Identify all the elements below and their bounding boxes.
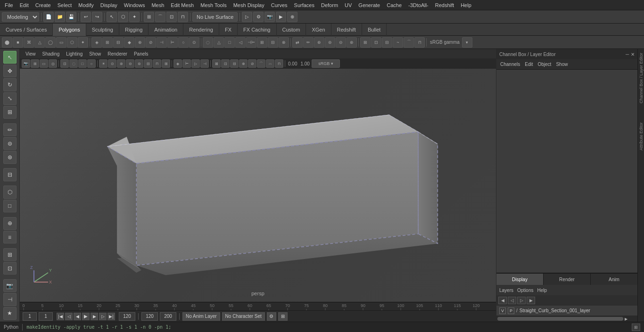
vp-grid-btn[interactable]: ⊞ [162,59,170,68]
scale-btn[interactable]: ⤡ [3,92,17,105]
vp-time-btn[interactable]: ⊟ [230,59,239,68]
vp-ao-btn[interactable]: ⊛ [117,59,125,68]
menu-mesh-tools[interactable]: Mesh Tools [198,1,229,9]
layer-row-1[interactable]: V P / Straight_Curb_Section_001_layer [496,306,637,316]
layer-tab-anim[interactable]: Anim [591,274,637,285]
menu-select[interactable]: Select [55,1,75,9]
layers-help-menu[interactable]: Help [537,288,547,293]
cb-close-btn[interactable]: ✕ [631,52,635,57]
reduce-btn[interactable]: ◁ [235,37,246,48]
bool-btn[interactable]: ⊗ [279,37,289,48]
vp-cam-film-btn[interactable]: ▭ [40,59,48,68]
vp-smooth-btn[interactable]: ◌ [69,59,78,68]
vp-dof-btn[interactable]: ⊟ [144,59,152,68]
lasso-btn[interactable]: ⬡ [3,186,17,198]
menu-curves[interactable]: Curves [268,1,290,9]
render-seq-btn[interactable]: ⊕ [287,12,297,22]
paint-select-btn[interactable]: ✦ [129,12,140,22]
prev-key-btn[interactable]: ◁ [65,313,73,320]
menu-edit[interactable]: Edit [17,1,32,9]
lasso-tool-btn[interactable]: ⬡ [118,12,128,22]
script-editor-btn[interactable]: ⊞ [632,324,640,331]
cone-btn[interactable]: △ [34,37,45,48]
menu-generate[interactable]: Generate [355,1,383,9]
vp-menu-view[interactable]: View [23,51,39,57]
ipr-btn[interactable]: ▶ [276,12,286,22]
undo-btn[interactable]: ↩ [81,12,91,22]
bevel-btn[interactable]: ◆ [124,37,134,48]
target-weld-btn[interactable]: ⊙ [189,37,199,48]
vp-menu-panels[interactable]: Panels [131,51,151,57]
vp-cam-type-btn[interactable]: ⊞ [31,59,39,68]
vertical-tab-attribute-editor[interactable]: Attribute Editor [639,122,644,151]
layers-label[interactable]: Layers [499,288,513,293]
anim-extra-btn[interactable]: ⊞ [278,312,288,321]
render-btn[interactable]: ▷ [242,12,252,22]
live-surface-btn[interactable]: No Live Surface [192,12,238,22]
torus-btn[interactable]: ◯ [45,37,56,48]
separate-btn[interactable]: ⊟ [268,37,278,48]
render-settings-btn[interactable]: ⚙ [253,12,264,22]
current-frame-field[interactable] [39,312,53,321]
extrude-btn[interactable]: ⊞ [102,37,113,48]
menu-mesh-display[interactable]: Mesh Display [231,1,267,9]
vp-shadow-btn[interactable]: ⊙ [108,59,116,68]
special-btn[interactable]: ✦ [78,37,88,48]
connect-btn[interactable]: ⊢ [167,37,178,48]
play-btn[interactable]: ▶ [82,313,90,320]
layer-scroll-right-btn[interactable]: ▶ [623,316,629,322]
menu-surfaces[interactable]: Surfaces [291,1,317,9]
next-key-btn[interactable]: ▷ [99,313,107,320]
vp-bounding-btn[interactable]: □ [78,59,87,68]
show-manipulator-btn[interactable]: ⊟ [3,168,17,181]
vp-lighting-btn[interactable]: ☀ [99,59,107,68]
cube-btn[interactable]: ■ [13,37,23,48]
split-btn[interactable]: ⊘ [146,37,156,48]
vp-hud-btn[interactable]: ⊠ [212,59,221,68]
layer-prev2-btn[interactable]: ◁ [508,297,516,304]
vp-nurbscrv-btn[interactable]: ⌒ [257,59,265,68]
align-btn[interactable]: ≡ [3,231,17,243]
menu-redshift[interactable]: Redshift [432,1,457,9]
bridge-btn[interactable]: ⊟ [113,37,124,48]
quadrangulate-btn[interactable]: □ [224,37,235,48]
vp-aa-btn[interactable]: ⊝ [126,59,134,68]
layer-tab-display[interactable]: Display [496,274,544,285]
cylinder-btn[interactable]: ⌘ [24,37,34,48]
tab-polygons[interactable]: Polygons [53,24,86,36]
vp-cam-safe-btn[interactable]: ⊣ [200,59,209,68]
tab-curves-surfaces[interactable]: Curves / Surfaces [0,24,53,36]
vp-nurbs-btn[interactable]: ⌓ [266,59,274,68]
mirror-btn[interactable]: ⊣⊢ [246,37,256,48]
menu-file[interactable]: File [2,1,16,9]
vp-menu-lighting[interactable]: Lighting [63,51,85,57]
vp-holdout-btn[interactable]: ⊓ [153,59,161,68]
layer-tab-render[interactable]: Render [544,274,591,285]
sculpt-ops-btn[interactable]: ⊛ [3,151,17,163]
layer-scrollbar-thumb[interactable] [497,317,623,321]
layers-options-menu[interactable]: Options [517,288,533,293]
menu-deform[interactable]: Deform [318,1,341,9]
vp-render-res-btn[interactable]: ▷ [191,59,200,68]
vp-gamma-display-btn[interactable]: sRGB ▾ [312,59,340,68]
fill-hole-btn[interactable]: ○ [178,37,189,48]
vp-menu-shading[interactable]: Shading [40,51,63,57]
tab-xgen[interactable]: XGen [306,24,331,36]
snap-curve-btn[interactable]: ⌒ [155,12,165,22]
move-btn[interactable]: ✥ [3,65,17,77]
sym-btn[interactable]: ⊝ [336,37,346,48]
merge-btn[interactable]: ⊕ [135,37,145,48]
vp-cam-btn[interactable]: 📷 [22,59,30,68]
gamma-dropdown-btn[interactable]: ▾ [462,37,472,48]
menu-help[interactable]: Help [458,1,474,9]
tab-redshift[interactable]: Redshift [331,24,362,36]
cb-minimize-btn[interactable]: ─ [626,52,629,57]
menu-windows[interactable]: Windows [121,1,148,9]
viewport-3d[interactable]: persp Y X Z [20,69,496,302]
menu-cache[interactable]: Cache [384,1,405,9]
open-file-btn[interactable]: 📁 [55,12,65,22]
vp-focus-btn[interactable]: ◎ [49,59,57,68]
tab-rendering[interactable]: Rendering [183,24,219,36]
vp-wireframe-btn[interactable]: ⊡ [60,59,69,68]
no-anim-layer-btn[interactable]: No Anim Layer [182,312,220,321]
